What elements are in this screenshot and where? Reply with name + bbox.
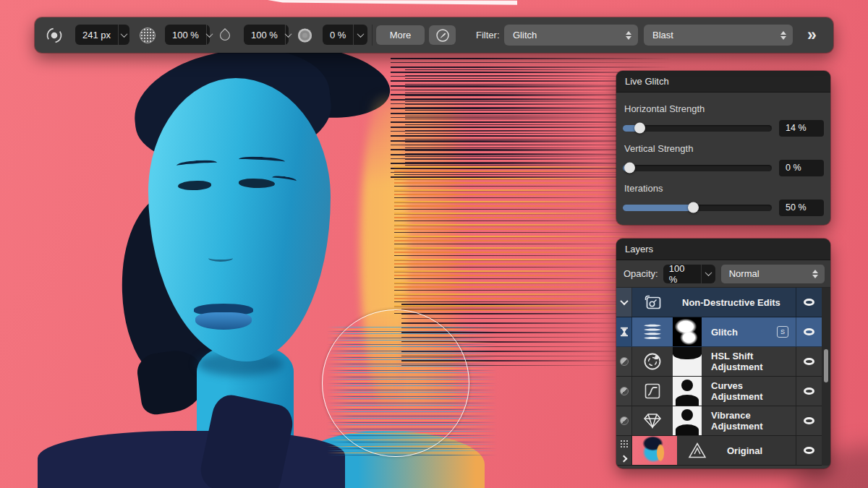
vertical-strength-slider[interactable]: [623, 165, 772, 171]
eye-icon: [804, 417, 814, 424]
eye-icon: [804, 447, 814, 454]
layer-row-non-destructive-edits[interactable]: Non-Destructive Edits: [616, 288, 822, 317]
blend-mode-value: Normal: [721, 268, 760, 279]
filter-type-select[interactable]: Blast: [644, 25, 793, 46]
blend-mode-select[interactable]: Normal: [721, 265, 825, 283]
chevron-right-icon[interactable]: [621, 455, 628, 463]
portrait-garment: [38, 431, 345, 488]
hsl-adjustment-icon: [632, 347, 673, 376]
slider-thumb[interactable]: [688, 202, 699, 213]
layer-edit-state[interactable]: [616, 347, 632, 376]
portrait-neck: [197, 347, 294, 470]
eye-icon: [804, 358, 814, 365]
layer-visibility-toggle[interactable]: [796, 406, 822, 435]
flow-dropdown[interactable]: [285, 25, 291, 45]
checkerboard-icon: [620, 440, 629, 448]
opacity-field[interactable]: 100 %: [165, 25, 210, 45]
app-window: 241 px 100 % 100 % 0 % More: [0, 0, 868, 488]
live-glitch-title: Live Glitch: [625, 76, 669, 87]
layers-opacity-value: 100 %: [663, 263, 701, 285]
layer-edit-state[interactable]: [616, 317, 632, 346]
flow-value: 100 %: [244, 30, 285, 40]
more-button[interactable]: More: [376, 25, 425, 45]
slider-thumb[interactable]: [634, 123, 645, 134]
hardness-field[interactable]: 0 %: [323, 25, 367, 45]
layers-opacity-dropdown[interactable]: [701, 265, 715, 283]
layers-scrollbar-thumb[interactable]: [824, 349, 828, 382]
layer-row-glitch[interactable]: Glitch S: [616, 317, 822, 347]
half-circle-icon: [620, 357, 629, 366]
group-frame-icon: [632, 288, 673, 317]
layer-visibility-toggle[interactable]: [796, 288, 822, 317]
layer-visibility-toggle[interactable]: [796, 377, 822, 406]
layer-mask-thumbnail[interactable]: [673, 377, 702, 406]
brush-width-field[interactable]: 241 px: [75, 25, 129, 45]
layers-list: Non-Destructive Edits: [616, 288, 830, 466]
filter-category-select[interactable]: Glitch: [504, 25, 638, 46]
brush-circle-icon: [435, 27, 451, 43]
updown-chevrons-icon: [626, 31, 631, 40]
hardness-dropdown[interactable]: [353, 25, 367, 45]
vector-triangle-icon: [677, 436, 718, 465]
layer-row-vibrance[interactable]: Vibrance Adjustment: [616, 406, 822, 436]
brush-width-icon: [45, 26, 64, 45]
hourglass-icon: [620, 327, 629, 337]
updown-chevrons-icon: [780, 31, 786, 40]
layer-name: Vibrance Adjustment: [702, 406, 796, 435]
layers-opacity-field[interactable]: 100 %: [663, 265, 715, 283]
layer-visibility-toggle[interactable]: [796, 317, 822, 346]
eye-icon: [804, 299, 814, 306]
opacity-dropdown[interactable]: [206, 25, 212, 45]
layers-panel-header[interactable]: Layers: [616, 239, 830, 260]
hardness-value: 0 %: [323, 30, 353, 40]
half-circle-icon: [620, 387, 629, 395]
toolbar-expand-icon[interactable]: »: [807, 17, 817, 53]
live-filter-stack-icon: [632, 317, 673, 346]
brush-width-dropdown[interactable]: [118, 25, 129, 45]
group-collapse-toggle[interactable]: [616, 288, 632, 317]
live-glitch-panel-header[interactable]: Live Glitch: [616, 71, 830, 93]
horizontal-strength-value-field[interactable]: 14 %: [779, 120, 824, 137]
layer-visibility-toggle[interactable]: [796, 347, 822, 376]
portrait-face: [148, 78, 331, 361]
brush-context-toolbar: 241 px 100 % 100 % 0 % More: [35, 17, 833, 53]
updown-chevrons-icon: [812, 270, 818, 278]
layer-photo-thumbnail[interactable]: [632, 436, 677, 465]
layers-scrollbar-track[interactable]: [822, 288, 830, 466]
layer-mask-thumbnail[interactable]: [673, 347, 702, 376]
brush-cursor-circle: [322, 309, 469, 457]
layer-edit-state[interactable]: [616, 406, 632, 435]
iterations-label: Iterations: [624, 183, 822, 194]
layer-visibility-toggle[interactable]: [796, 436, 822, 465]
layers-opacity-label: Opacity:: [624, 268, 658, 279]
layer-edit-state[interactable]: [616, 436, 632, 465]
layer-row-original[interactable]: Original: [616, 436, 822, 466]
vibrance-adjustment-icon: [632, 406, 673, 435]
layer-edit-state[interactable]: [616, 377, 632, 406]
opacity-value: 100 %: [165, 30, 206, 40]
filter-label: Filter:: [476, 17, 500, 53]
curves-adjustment-icon: [632, 377, 673, 406]
brush-width-value: 241 px: [75, 30, 118, 40]
live-glitch-panel: Live Glitch Horizontal Strength 14 % Ver…: [616, 71, 830, 225]
layer-row-curves[interactable]: Curves Adjustment: [616, 377, 822, 406]
vertical-strength-label: Vertical Strength: [624, 143, 822, 154]
iterations-slider[interactable]: [623, 205, 772, 211]
eye-icon: [804, 328, 814, 335]
iterations-value-field[interactable]: 50 %: [779, 200, 824, 216]
flow-field[interactable]: 100 %: [244, 25, 289, 45]
layer-name: Original: [718, 436, 796, 465]
brush-settings-button[interactable]: [429, 25, 456, 45]
glitch-streaks-gold: [394, 166, 655, 314]
horizontal-strength-label: Horizontal Strength: [624, 103, 822, 114]
vertical-strength-value-field[interactable]: 0 %: [779, 160, 824, 176]
slider-thumb[interactable]: [624, 163, 635, 174]
layer-mask-thumbnail[interactable]: [673, 406, 702, 435]
opacity-icon: [140, 27, 156, 43]
layer-row-hsl-shift[interactable]: HSL Shift Adjustment: [616, 347, 822, 377]
horizontal-strength-slider[interactable]: [623, 125, 772, 132]
layers-controls-row: Opacity: 100 % Normal: [616, 260, 830, 288]
layer-name: HSL Shift Adjustment: [702, 347, 796, 376]
layer-mask-thumbnail[interactable]: [673, 317, 702, 346]
live-filter-badge: S: [777, 326, 788, 338]
